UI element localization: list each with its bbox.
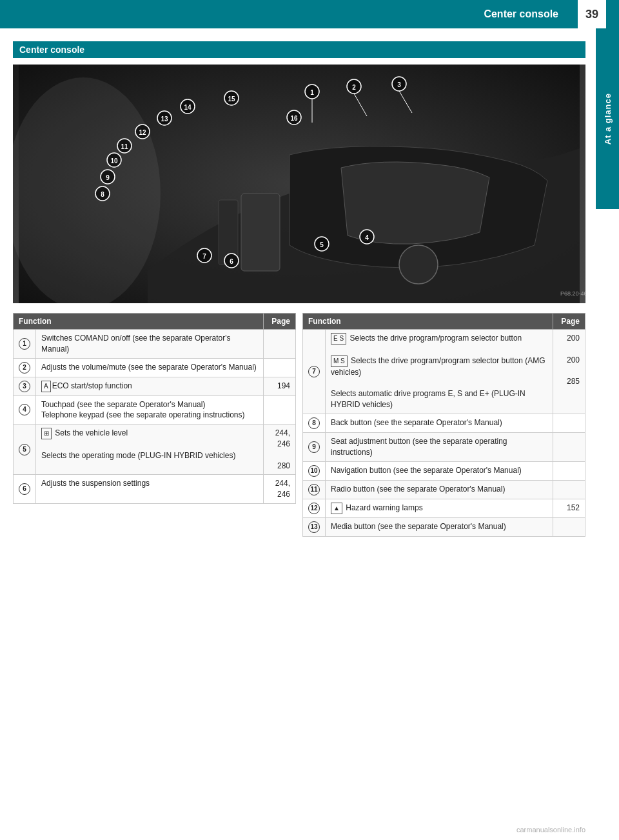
row-page: 244,246 [264,475,296,504]
svg-text:P68.20-4686-31: P68.20-4686-31 [560,290,585,297]
eco-icon: A [41,381,51,392]
table-row: 9 Seat adjustment button (see the separa… [303,432,585,461]
row-num: 10 [303,461,326,480]
right-table: Function Page 7 E S Selects the drive pr… [302,313,585,537]
svg-text:7: 7 [202,253,206,260]
row-function: Adjusts the suspension settings [36,475,264,504]
table-row: 5 ⊞ Sets the vehicle level Selects the o… [14,425,296,475]
svg-text:14: 14 [184,104,192,111]
console-svg: 1 2 3 15 14 16 [13,65,585,303]
svg-text:4: 4 [365,234,369,241]
row-function: ▲ Hazard warning lamps [326,499,553,517]
left-page-header: Page [264,314,296,330]
svg-rect-2 [241,194,280,271]
table-row: 11 Radio button (see the separate Operat… [303,480,585,499]
footer-watermark: carmanualsonline.info [516,826,585,834]
svg-text:11: 11 [121,143,128,150]
drive-program-icon: E S [331,333,346,345]
row-num: 1 [14,330,36,359]
row-num: 8 [303,414,326,432]
svg-text:1: 1 [310,89,314,96]
svg-text:8: 8 [101,191,104,198]
row-num: 7 [303,330,326,414]
svg-text:2: 2 [352,84,356,91]
row-function: Media button (see the separate Operator'… [326,517,553,536]
row-page [264,358,296,377]
table-row: 4 Touchpad (see the separate Operator's … [14,395,296,425]
svg-text:9: 9 [106,174,110,181]
table-row: 2 Adjusts the volume/mute (see the separ… [14,358,296,377]
row-function: Switches COMAND on/off (see the separate… [36,330,264,359]
row-function: E S Selects the drive program/program se… [326,330,553,414]
svg-text:16: 16 [290,115,298,122]
row-page: 194 [264,377,296,395]
svg-text:10: 10 [110,157,118,165]
row-function: Seat adjustment button (see the separate… [326,432,553,461]
row-page [553,414,585,432]
row-num: 3 [14,377,36,395]
chapter-tab-label: At a glance [603,93,613,145]
header-title: Center console [484,8,558,20]
center-console-image: 1 2 3 15 14 16 [13,65,585,303]
row-page: 152 [553,499,585,517]
row-num: 12 [303,499,326,517]
drive-program-amg-icon: M S [331,355,348,367]
chapter-tab: At a glance [596,28,619,209]
right-function-table: Function Page 7 E S Selects the drive pr… [302,313,585,537]
row-num: 4 [14,395,36,425]
row-function: AECO start/stop function [36,377,264,395]
left-function-table: Function Page 1 Switches COMAND on/off (… [13,313,296,504]
svg-text:13: 13 [161,115,168,123]
row-function: Radio button (see the separate Operator'… [326,480,553,499]
row-num: 9 [303,432,326,461]
row-num: 5 [14,425,36,475]
left-function-header: Function [14,314,264,330]
table-row: 8 Back button (see the separate Operator… [303,414,585,432]
table-row: 1 Switches COMAND on/off (see the separa… [14,330,296,359]
tables-container: Function Page 1 Switches COMAND on/off (… [13,313,585,537]
svg-text:12: 12 [139,129,146,136]
table-row: 12 ▲ Hazard warning lamps 152 [303,499,585,517]
svg-text:3: 3 [397,81,401,88]
row-function: Adjusts the volume/mute (see the separat… [36,358,264,377]
section-title: Center console [13,41,585,58]
row-function: Touchpad (see the separate Operator's Ma… [36,395,264,425]
svg-text:15: 15 [228,95,235,103]
row-num: 13 [303,517,326,536]
hazard-warning-icon: ▲ [331,503,342,514]
row-function: ⊞ Sets the vehicle level Selects the ope… [36,425,264,475]
page-number: 39 [578,0,606,28]
row-page: 200200285 [553,330,585,414]
main-content: Center console [0,28,619,550]
row-num: 11 [303,480,326,499]
row-page [264,330,296,359]
row-page [264,395,296,425]
row-page [553,432,585,461]
left-table: Function Page 1 Switches COMAND on/off (… [13,313,296,504]
row-num: 6 [14,475,36,504]
table-row: 10 Navigation button (see the separate O… [303,461,585,480]
row-page: 244,246280 [264,425,296,475]
row-function: Navigation button (see the separate Oper… [326,461,553,480]
svg-text:6: 6 [230,258,233,265]
image-bg: 1 2 3 15 14 16 [13,65,585,303]
row-page [553,461,585,480]
svg-point-4 [399,245,438,284]
table-row: 6 Adjusts the suspension settings 244,24… [14,475,296,504]
row-num: 2 [14,358,36,377]
row-function: Back button (see the separate Operator's… [326,414,553,432]
svg-text:5: 5 [320,241,324,248]
table-row: 3 AECO start/stop function 194 [14,377,296,395]
row-page [553,517,585,536]
table-row: 7 E S Selects the drive program/program … [303,330,585,414]
row-page [553,480,585,499]
top-header: Center console 39 [0,0,619,28]
right-function-header: Function [303,314,553,330]
table-row: 13 Media button (see the separate Operat… [303,517,585,536]
level-icon: ⊞ [41,428,52,439]
right-page-header: Page [553,314,585,330]
